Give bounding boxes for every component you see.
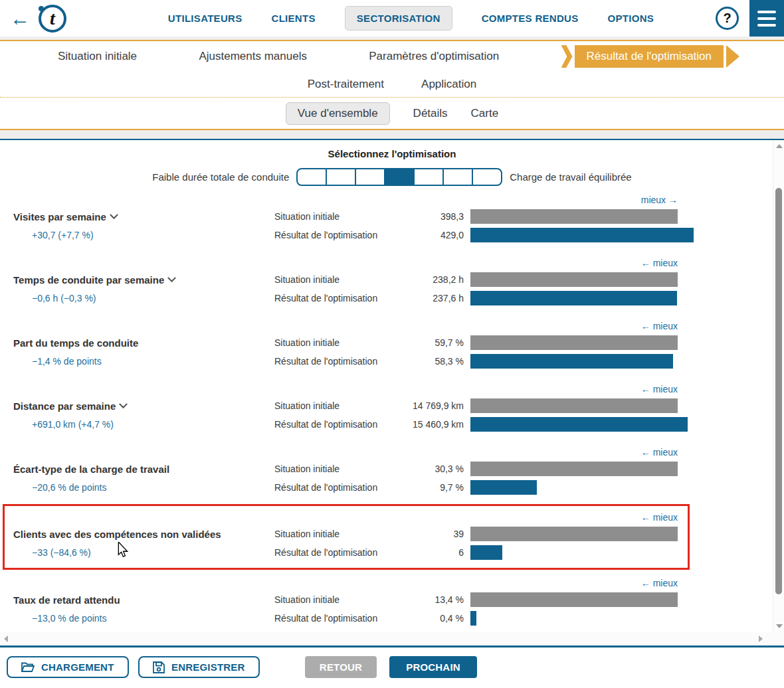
next-step-button[interactable]: PROCHAIN bbox=[389, 656, 477, 678]
value-initial: 238,2 h bbox=[397, 270, 464, 289]
bar-initial bbox=[470, 592, 678, 607]
arrow-head-icon bbox=[726, 45, 739, 68]
bar-optimized bbox=[470, 545, 502, 560]
metric-group: ← mieuxTemps de conduite par semaine−0,6… bbox=[0, 257, 784, 307]
nav-item-options[interactable]: OPTIONS bbox=[608, 13, 654, 24]
value-optimized: 6 bbox=[397, 543, 464, 562]
back-step-button[interactable]: RETOUR bbox=[305, 656, 377, 678]
optimization-segment-7[interactable] bbox=[472, 169, 501, 185]
vertical-scrollbar-thumb[interactable] bbox=[775, 188, 782, 594]
save-button[interactable]: ENREGISTRER bbox=[138, 656, 260, 678]
series-label-initial: Situation initiale bbox=[274, 460, 397, 478]
metric-title[interactable]: Temps de conduite par semaine bbox=[13, 270, 274, 289]
chevron-down-icon[interactable] bbox=[167, 274, 176, 282]
nav-item-comptes-rendus[interactable]: COMPTES RENDUS bbox=[482, 13, 579, 24]
bar-optimized bbox=[470, 291, 677, 305]
bar-optimized bbox=[470, 611, 476, 626]
back-button[interactable]: ← bbox=[7, 9, 33, 29]
value-initial: 398,3 bbox=[397, 207, 464, 226]
scroll-up-arrow-icon[interactable] bbox=[776, 144, 783, 148]
metric-group: mieux →Visites par semaine+30,7 (+7,7 %)… bbox=[0, 194, 784, 244]
wizard-steps-row2: Post-traitement Application bbox=[0, 72, 784, 97]
scroll-down-arrow-icon[interactable] bbox=[776, 624, 783, 628]
value-optimized: 237,6 h bbox=[397, 289, 464, 307]
footer-bar: CHARGEMENT ENREGISTRER RETOUR PROCHAIN bbox=[0, 645, 784, 687]
optimization-select-title: Sélectionnez l'optimisation bbox=[0, 148, 784, 161]
metric-group: ← mieuxÉcart-type de la charge de travai… bbox=[0, 446, 784, 497]
optimization-selector-row: Faible durée totale de conduite Charge d… bbox=[0, 167, 784, 186]
series-label-optimized: Résultat de l'optimisation bbox=[274, 415, 397, 434]
optimization-segment-6[interactable] bbox=[442, 169, 472, 185]
value-initial: 59,7 % bbox=[397, 333, 464, 352]
series-label-optimized: Résultat de l'optimisation bbox=[274, 226, 397, 244]
bar-optimized bbox=[470, 417, 688, 432]
value-optimized: 15 460,9 km bbox=[397, 415, 464, 434]
bar-initial bbox=[470, 398, 678, 413]
series-label-optimized: Résultat de l'optimisation bbox=[274, 609, 397, 628]
load-button[interactable]: CHARGEMENT bbox=[7, 656, 129, 678]
optimization-segment-2[interactable] bbox=[326, 169, 355, 185]
step-ajustements-manuels[interactable]: Ajustements manuels bbox=[199, 50, 307, 63]
chevron-down-icon[interactable] bbox=[110, 211, 118, 219]
series-label-initial: Situation initiale bbox=[274, 333, 397, 352]
step-situation-initiale[interactable]: Situation initiale bbox=[58, 50, 137, 63]
overview-panel: Sélectionnez l'optimisation Faible durée… bbox=[0, 140, 784, 632]
metric-title: Part du temps de conduite bbox=[13, 333, 274, 352]
vertical-scrollbar[interactable] bbox=[773, 140, 784, 632]
metric-title[interactable]: Distance par semaine bbox=[13, 396, 274, 415]
metric-group: ← mieuxPart du temps de conduite−1,4 % d… bbox=[0, 320, 784, 371]
optimization-segment-3[interactable] bbox=[355, 169, 384, 185]
scroll-left-arrow-icon[interactable] bbox=[4, 636, 8, 642]
value-optimized: 58,3 % bbox=[397, 352, 464, 371]
better-direction-label: ← mieux bbox=[13, 383, 678, 396]
nav-item-utilisateurs[interactable]: UTILISATEURS bbox=[168, 13, 243, 24]
nav-item-sectorisation[interactable]: SECTORISATION bbox=[345, 6, 452, 31]
tab-vue-densemble[interactable]: Vue d'ensemble bbox=[286, 102, 390, 125]
series-label-initial: Situation initiale bbox=[274, 590, 397, 609]
series-label-initial: Situation initiale bbox=[274, 396, 397, 415]
bar-optimized bbox=[470, 354, 673, 369]
chevron-down-icon[interactable] bbox=[119, 400, 128, 408]
better-direction-label: mieux → bbox=[13, 194, 678, 207]
help-button[interactable]: ? bbox=[716, 7, 739, 30]
metric-title[interactable]: Visites par semaine bbox=[13, 207, 274, 226]
better-direction-label: ← mieux bbox=[13, 257, 678, 270]
app-header: ← t UTILISATEURS CLIENTS SECTORISATION C… bbox=[0, 0, 784, 37]
menu-button[interactable] bbox=[749, 0, 784, 37]
optimization-segment-5[interactable] bbox=[413, 169, 442, 185]
series-label-initial: Situation initiale bbox=[274, 525, 397, 543]
better-direction-label: ← mieux bbox=[13, 577, 678, 590]
step-resultat-optimisation-active[interactable]: Résultat de l'optimisation bbox=[561, 45, 739, 68]
step-post-traitement[interactable]: Post-traitement bbox=[308, 78, 384, 91]
optimization-selector[interactable] bbox=[296, 168, 502, 186]
optimization-segment-4[interactable] bbox=[384, 169, 413, 185]
bar-initial bbox=[470, 209, 678, 224]
value-optimized: 429,0 bbox=[397, 226, 464, 244]
view-tabs: Vue d'ensemble Détails Carte bbox=[0, 97, 784, 130]
horizontal-scroll-strip[interactable] bbox=[0, 130, 784, 139]
value-optimized: 0,4 % bbox=[397, 609, 464, 628]
metric-title: Écart-type de la charge de travail bbox=[13, 460, 274, 478]
horizontal-scrollbar[interactable] bbox=[0, 632, 784, 645]
optimization-segment-1[interactable] bbox=[298, 169, 326, 185]
top-divider-strip bbox=[0, 37, 784, 41]
metric-title: Taux de retard attendu bbox=[13, 590, 274, 609]
save-icon bbox=[153, 661, 165, 673]
tab-details[interactable]: Détails bbox=[413, 107, 448, 120]
bar-optimized bbox=[470, 228, 694, 242]
series-label-optimized: Résultat de l'optimisation bbox=[274, 478, 397, 497]
bar-initial bbox=[470, 527, 678, 541]
metric-delta: −20,6 % de points bbox=[13, 478, 274, 497]
metric-group-highlighted: ← mieuxClients avec des compétences non … bbox=[3, 504, 690, 570]
metric-group: ← mieuxDistance par semaine+691,0 km (+4… bbox=[0, 383, 784, 434]
step-parametres-optimisation[interactable]: Paramètres d'optimisation bbox=[369, 50, 499, 63]
metric-title: Clients avec des compétences non validée… bbox=[13, 525, 274, 543]
step-application[interactable]: Application bbox=[421, 78, 476, 91]
scroll-right-arrow-icon[interactable] bbox=[759, 636, 763, 642]
metric-delta: +691,0 km (+4,7 %) bbox=[13, 415, 274, 434]
series-label-optimized: Résultat de l'optimisation bbox=[274, 352, 397, 371]
nav-item-clients[interactable]: CLIENTS bbox=[272, 13, 316, 24]
metric-delta: −1,4 % de points bbox=[13, 352, 274, 371]
bar-initial bbox=[470, 462, 678, 476]
tab-carte[interactable]: Carte bbox=[471, 107, 499, 120]
